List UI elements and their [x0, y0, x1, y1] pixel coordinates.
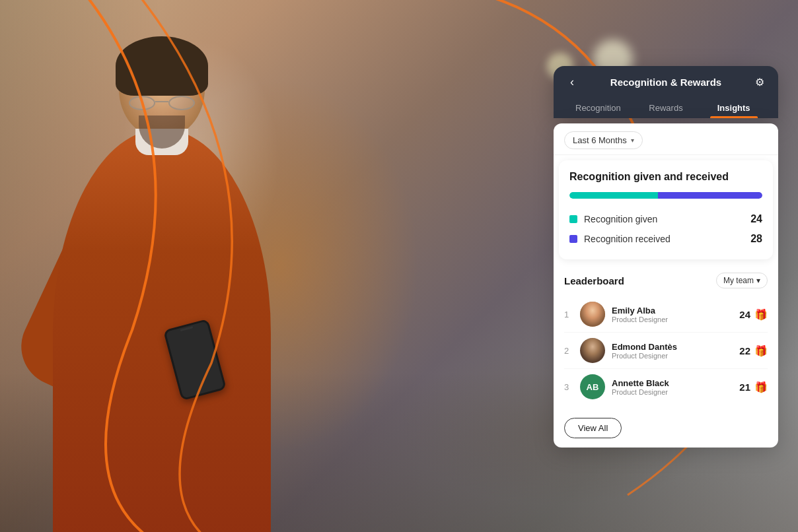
- person-score-emily: 24 🎁: [739, 308, 768, 321]
- leaderboard-header: Leaderboard My team ▾: [564, 273, 768, 288]
- gear-icon[interactable]: ⚙: [752, 74, 768, 90]
- legend-given: Recognition given 24: [569, 209, 762, 229]
- gift-icon-edmond: 🎁: [754, 345, 768, 357]
- given-value: 24: [750, 213, 762, 225]
- recognition-title: Recognition given and received: [569, 171, 762, 183]
- gift-icon-annette: 🎁: [754, 381, 768, 393]
- team-filter-label: My team: [723, 276, 754, 285]
- rank-2: 2: [564, 346, 573, 356]
- person-role-edmond: Product Designer: [612, 352, 733, 360]
- person-info-edmond: Edmond Dantès Product Designer: [612, 342, 733, 360]
- person-role-annette: Product Designer: [612, 388, 733, 396]
- person-name-annette: Annette Black: [612, 378, 733, 388]
- leaderboard-row-1: 1 Emily Alba Product Designer 24 🎁: [564, 296, 768, 333]
- score-value-annette: 21: [739, 382, 750, 393]
- tab-recognition[interactable]: Recognition: [564, 98, 632, 118]
- ui-overlay: ‹ Recognition & Rewards ⚙ Recognition Re…: [554, 66, 778, 448]
- legend-received: Recognition received 28: [569, 229, 762, 249]
- view-all-row: View All: [554, 413, 778, 448]
- team-filter-dropdown[interactable]: My team ▾: [716, 273, 768, 288]
- app-title: Recognition & Rewards: [610, 77, 721, 88]
- recognition-section: Recognition given and received Recogniti…: [559, 160, 773, 259]
- phone-card-header: ‹ Recognition & Rewards ⚙ Recognition Re…: [554, 66, 778, 118]
- tabs-row: Recognition Rewards Insights: [564, 98, 768, 118]
- avatar-initials-annette: AB: [587, 382, 599, 392]
- rank-1: 1: [564, 310, 573, 319]
- person-role-emily: Product Designer: [612, 316, 733, 323]
- person-figure: [0, 0, 519, 532]
- filter-row: Last 6 Months ▾: [554, 123, 778, 155]
- time-filter-dropdown[interactable]: Last 6 Months ▾: [564, 131, 643, 149]
- avatar-annette: AB: [580, 374, 605, 399]
- leaderboard-row-2: 2 Edmond Dantès Product Designer 22 🎁: [564, 333, 768, 369]
- dot-received-icon: [569, 235, 577, 243]
- person-info-emily: Emily Alba Product Designer: [612, 306, 733, 323]
- leaderboard-title: Leaderboard: [564, 275, 624, 286]
- view-all-button[interactable]: View All: [564, 418, 622, 438]
- dot-given-icon: [569, 215, 577, 223]
- progress-bar: [569, 192, 762, 199]
- score-value-edmond: 22: [739, 345, 750, 356]
- received-value: 28: [750, 233, 762, 245]
- person-info-annette: Annette Black Product Designer: [612, 378, 733, 396]
- given-label: Recognition given: [584, 214, 657, 224]
- person-score-edmond: 22 🎁: [739, 345, 768, 357]
- gift-icon-emily: 🎁: [754, 308, 768, 321]
- person-name-emily: Emily Alba: [612, 306, 733, 316]
- filter-label: Last 6 Months: [573, 135, 627, 145]
- leaderboard-row-3: 3 AB Annette Black Product Designer 21 🎁: [564, 369, 768, 405]
- progress-given: [569, 192, 658, 199]
- leaderboard-section: Leaderboard My team ▾ 1 Emily Alba Produ…: [554, 265, 778, 413]
- received-label: Recognition received: [584, 234, 671, 244]
- chevron-down-icon: ▾: [631, 137, 634, 144]
- team-chevron-icon: ▾: [756, 276, 760, 285]
- avatar-edmond: [580, 338, 605, 363]
- main-card: Last 6 Months ▾ Recognition given and re…: [554, 123, 778, 448]
- avatar-emily: [580, 302, 605, 327]
- person-name-edmond: Edmond Dantès: [612, 342, 733, 352]
- phone-header: ‹ Recognition & Rewards ⚙: [564, 74, 768, 90]
- tab-rewards[interactable]: Rewards: [632, 98, 700, 118]
- tab-insights[interactable]: Insights: [700, 98, 768, 118]
- score-value-emily: 24: [739, 309, 750, 320]
- back-button[interactable]: ‹: [564, 74, 580, 90]
- progress-received: [658, 192, 762, 199]
- person-score-annette: 21 🎁: [739, 381, 768, 393]
- rank-3: 3: [564, 382, 573, 392]
